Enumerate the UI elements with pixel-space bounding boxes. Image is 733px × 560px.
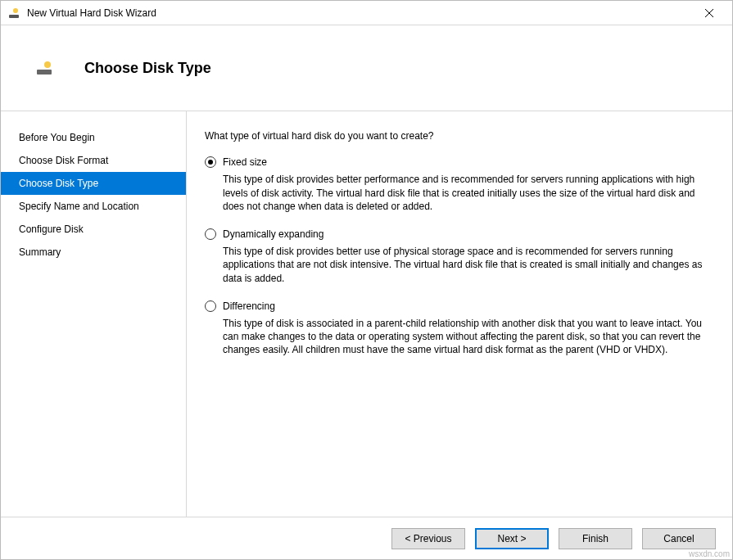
option-dynamically-expanding: Dynamically expanding This type of disk … <box>205 228 709 285</box>
option-fixed-size: Fixed size This type of disk provides be… <box>205 156 709 213</box>
sidebar-item-specify-name-location[interactable]: Specify Name and Location <box>1 195 186 218</box>
wizard-window: New Virtual Hard Disk Wizard Choose Disk… <box>0 0 733 560</box>
close-icon <box>704 8 714 18</box>
option-description: This type of disk provides better perfor… <box>223 173 709 213</box>
close-button[interactable] <box>693 1 726 25</box>
titlebar: New Virtual Hard Disk Wizard <box>1 1 732 25</box>
wizard-steps-sidebar: Before You Begin Choose Disk Format Choo… <box>1 111 187 517</box>
radio-icon <box>205 300 216 312</box>
sidebar-item-choose-disk-format[interactable]: Choose Disk Format <box>1 149 186 172</box>
page-title: Choose Disk Type <box>84 60 211 77</box>
wizard-footer: < Previous Next > Finish Cancel <box>1 517 732 559</box>
wizard-header: Choose Disk Type <box>1 25 732 111</box>
watermark: wsxdn.com <box>689 549 730 558</box>
radio-icon <box>205 228 216 240</box>
sidebar-item-configure-disk[interactable]: Configure Disk <box>1 218 186 241</box>
app-icon <box>7 7 20 20</box>
wizard-content: What type of virtual hard disk do you wa… <box>187 111 732 517</box>
option-label: Differencing <box>223 300 275 313</box>
sidebar-item-before-you-begin[interactable]: Before You Begin <box>1 126 186 149</box>
option-description: This type of disk provides better use of… <box>223 245 709 285</box>
radio-fixed-size[interactable]: Fixed size <box>205 156 709 169</box>
cancel-button[interactable]: Cancel <box>642 528 716 549</box>
option-label: Dynamically expanding <box>223 228 324 241</box>
disk-wizard-icon <box>35 58 55 78</box>
svg-rect-0 <box>9 15 19 18</box>
option-label: Fixed size <box>223 156 267 169</box>
svg-rect-4 <box>37 70 52 75</box>
sidebar-item-summary[interactable]: Summary <box>1 241 186 264</box>
wizard-body: Before You Begin Choose Disk Format Choo… <box>1 111 732 517</box>
previous-button[interactable]: < Previous <box>391 528 465 549</box>
sidebar-item-choose-disk-type[interactable]: Choose Disk Type <box>1 172 186 195</box>
option-differencing: Differencing This type of disk is associ… <box>205 300 709 357</box>
radio-icon <box>205 156 216 168</box>
finish-button[interactable]: Finish <box>559 528 632 549</box>
option-description: This type of disk is associated in a par… <box>223 317 709 357</box>
radio-dynamically-expanding[interactable]: Dynamically expanding <box>205 228 709 241</box>
content-question: What type of virtual hard disk do you wa… <box>205 129 709 142</box>
radio-differencing[interactable]: Differencing <box>205 300 709 313</box>
next-button[interactable]: Next > <box>475 528 549 549</box>
window-title: New Virtual Hard Disk Wizard <box>27 7 693 19</box>
